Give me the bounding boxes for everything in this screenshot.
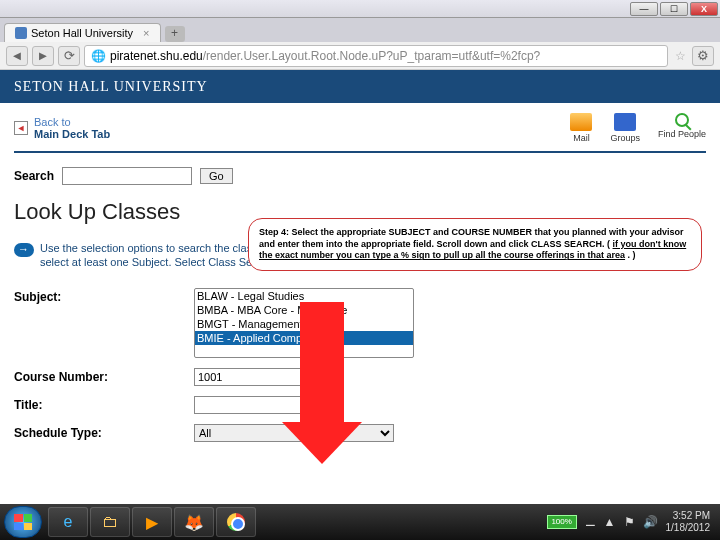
windows-taskbar: e 🗀 ▶ 🦊 100% ⚊ ▲ ⚑ 🔊 3:52 PM 1/18/2012 [0, 504, 720, 540]
network-icon[interactable]: ⚊ [585, 515, 596, 529]
maximize-button[interactable]: ☐ [660, 2, 688, 16]
tab-close-icon[interactable]: × [143, 27, 149, 39]
course-number-label: Course Number: [14, 368, 194, 384]
university-banner: SETON HALL UNIVERSITY [0, 70, 720, 103]
go-button[interactable]: Go [200, 168, 233, 184]
new-tab-button[interactable]: + [165, 26, 185, 42]
bookmark-star-icon[interactable]: ☆ [672, 49, 688, 63]
find-label: Find People [658, 129, 706, 139]
forward-nav-button[interactable]: ► [32, 46, 54, 66]
back-line2: Main Deck Tab [34, 128, 110, 140]
back-nav-button[interactable]: ◄ [6, 46, 28, 66]
tab-title: Seton Hall University [31, 27, 133, 39]
subject-label: Subject: [14, 288, 194, 304]
search-input[interactable] [62, 167, 192, 185]
firefox-taskbar-icon[interactable]: 🦊 [174, 507, 214, 537]
url-input[interactable]: 🌐 piratenet.shu.edu /render.User.Layout.… [84, 45, 668, 67]
url-host: piratenet.shu.edu [110, 49, 203, 63]
page-content: SETON HALL UNIVERSITY ◄ Back to Main Dec… [0, 70, 720, 504]
banner-text: SETON HALL UNIVERSITY [14, 79, 208, 94]
reload-button[interactable]: ⟳ [58, 46, 80, 66]
browser-tab[interactable]: Seton Hall University × [4, 23, 161, 42]
close-button[interactable]: X [690, 2, 718, 16]
favicon-icon [15, 27, 27, 39]
address-bar: ◄ ► ⟳ 🌐 piratenet.shu.edu /render.User.L… [0, 42, 720, 70]
url-path: /render.User.Layout.Root.Node.uP?uP_tpar… [203, 49, 541, 63]
ie-taskbar-icon[interactable]: e [48, 507, 88, 537]
battery-indicator[interactable]: 100% [547, 515, 577, 529]
system-clock[interactable]: 3:52 PM 1/18/2012 [666, 510, 717, 534]
minimize-button[interactable]: — [630, 2, 658, 16]
back-line1: Back to [34, 116, 71, 128]
menu-button[interactable]: ⚙ [692, 46, 714, 66]
search-label: Search [14, 169, 54, 183]
divider [14, 151, 706, 153]
search-icon [675, 113, 689, 127]
back-to-main-deck-link[interactable]: ◄ Back to Main Deck Tab [14, 116, 110, 140]
mail-link[interactable]: Mail [570, 113, 592, 143]
browser-tabs: Seton Hall University × + [0, 18, 720, 42]
windows-logo-icon [14, 514, 32, 530]
title-label: Title: [14, 396, 194, 412]
explorer-taskbar-icon[interactable]: 🗀 [90, 507, 130, 537]
chrome-taskbar-icon[interactable] [216, 507, 256, 537]
tray-arrow-icon[interactable]: ▲ [604, 515, 616, 529]
red-arrow-annotation [300, 302, 362, 464]
callout-suffix: . ) [625, 250, 636, 260]
groups-link[interactable]: Groups [610, 113, 640, 143]
mail-label: Mail [573, 133, 590, 143]
find-people-link[interactable]: Find People [658, 113, 706, 143]
groups-label: Groups [610, 133, 640, 143]
schedule-type-label: Schedule Type: [14, 424, 194, 440]
media-player-taskbar-icon[interactable]: ▶ [132, 507, 172, 537]
instruction-callout: Step 4: Select the appropriate SUBJECT a… [248, 218, 702, 271]
flag-icon[interactable]: ⚑ [624, 515, 635, 529]
info-icon [14, 243, 34, 257]
start-button[interactable] [4, 506, 42, 538]
back-arrow-icon: ◄ [14, 121, 28, 135]
window-titlebar: — ☐ X [0, 0, 720, 18]
clock-date: 1/18/2012 [666, 522, 711, 534]
clock-time: 3:52 PM [666, 510, 711, 522]
volume-icon[interactable]: 🔊 [643, 515, 658, 529]
subject-option[interactable]: BLAW - Legal Studies [195, 289, 413, 303]
groups-icon [614, 113, 636, 131]
mail-icon [570, 113, 592, 131]
